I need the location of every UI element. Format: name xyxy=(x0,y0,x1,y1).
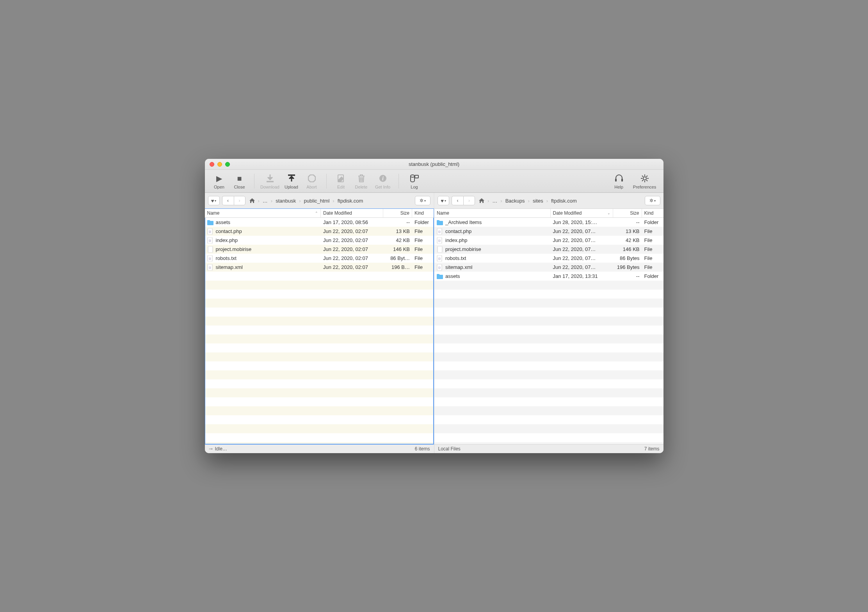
svg-rect-30 xyxy=(438,246,442,253)
file-name: _Archived Items xyxy=(445,219,482,225)
chevron-right-icon: › xyxy=(270,198,273,204)
column-header-size[interactable]: Size xyxy=(383,209,412,217)
php-icon: ⟨⟩ xyxy=(437,228,443,235)
file-row[interactable]: ⟨⟩sitemap.xmlJun 22, 2020, 07…196 BytesF… xyxy=(434,263,663,272)
delete-button[interactable]: Delete xyxy=(352,172,371,190)
preferences-button[interactable]: Preferences xyxy=(631,172,659,190)
chevron-left-icon: ‹ xyxy=(457,198,459,203)
svg-line-15 xyxy=(642,180,643,181)
file-size: 42 KB xyxy=(613,237,642,243)
breadcrumb-item[interactable]: … xyxy=(491,197,499,205)
open-button[interactable]: ▶ Open xyxy=(210,172,229,190)
back-button[interactable]: ‹ xyxy=(222,196,234,205)
log-icon xyxy=(410,173,419,184)
chevron-right-icon: › xyxy=(527,198,530,204)
file-row[interactable]: ⟨⟩robots.txtJun 22, 2020, 02:0786 Byt…Fi… xyxy=(205,254,434,263)
column-header-date[interactable]: Date Modified xyxy=(321,209,383,217)
file-row[interactable]: ⟨⟩index.phpJun 22, 2020, 07…42 KBFile xyxy=(434,236,663,245)
folder-icon xyxy=(437,219,443,226)
file-row[interactable]: project.mobiriseJun 22, 2020, 02:07146 K… xyxy=(205,245,434,254)
file-size: 86 Bytes xyxy=(613,255,642,261)
file-row[interactable]: ⟨⟩contact.phpJun 22, 2020, 07…13 KBFile xyxy=(434,227,663,236)
help-button[interactable]: Help xyxy=(608,172,630,190)
home-crumb[interactable] xyxy=(477,197,486,204)
chevron-right-icon: › xyxy=(257,198,260,204)
edit-button[interactable]: Edit xyxy=(331,172,351,190)
svg-point-8 xyxy=(643,177,646,180)
getinfo-button[interactable]: i Get Info xyxy=(372,172,394,190)
column-header-kind[interactable]: Kind xyxy=(412,209,434,217)
favorites-button[interactable]: ♥▾ xyxy=(208,196,220,205)
file-row[interactable]: assetsJan 17, 2020, 13:31--Folder xyxy=(434,272,663,281)
breadcrumb-item[interactable]: ftpdisk.com xyxy=(336,197,365,205)
headset-icon xyxy=(615,173,623,184)
breadcrumb-item[interactable]: sites xyxy=(531,197,545,205)
column-header-size[interactable]: Size xyxy=(613,209,642,217)
file-row[interactable]: ⟨⟩robots.txtJun 22, 2020, 07…86 BytesFil… xyxy=(434,254,663,263)
stop-icon: ■ xyxy=(237,173,242,184)
gear-icon xyxy=(641,173,649,184)
upload-button[interactable]: Upload xyxy=(282,172,301,190)
file-date: Jun 22, 2020, 07… xyxy=(551,228,613,234)
left-rows: assetsJan 17, 2020, 08:56--Folder⟨⟩conta… xyxy=(205,218,434,444)
file-kind: File xyxy=(412,228,434,234)
right-filelist[interactable]: Name Date Modified⌄ Size Kind _Archived … xyxy=(434,209,663,444)
favorites-button[interactable]: ♥▾ xyxy=(438,196,449,205)
back-button[interactable]: ‹ xyxy=(452,196,463,205)
column-header-name[interactable]: Name xyxy=(434,209,551,217)
forward-button[interactable]: › xyxy=(463,196,475,205)
abort-button[interactable]: Abort xyxy=(302,172,322,190)
file-row[interactable]: ⟨⟩sitemap.xmlJun 22, 2020, 02:07196 B…Fi… xyxy=(205,263,434,272)
file-kind: Folder xyxy=(412,219,434,225)
actions-menu-button[interactable]: ✲▾ xyxy=(645,196,660,205)
svg-text:⟨⟩: ⟨⟩ xyxy=(438,230,441,233)
php-icon: ⟨⟩ xyxy=(207,255,213,262)
column-header-name[interactable]: Name⌃ xyxy=(205,209,321,217)
breadcrumb-item[interactable]: … xyxy=(261,197,269,205)
home-crumb[interactable] xyxy=(248,197,256,204)
file-date: Jan 17, 2020, 13:31 xyxy=(551,273,613,279)
file-size: -- xyxy=(613,219,642,225)
file-row[interactable]: project.mobiriseJun 22, 2020, 07…146 KBF… xyxy=(434,245,663,254)
left-filelist[interactable]: Name⌃ Date Modified Size Kind assetsJan … xyxy=(205,209,434,444)
file-row[interactable]: assetsJan 17, 2020, 08:56--Folder xyxy=(205,218,434,227)
home-icon xyxy=(479,198,484,203)
php-icon: ⟨⟩ xyxy=(437,264,443,270)
actions-menu-button[interactable]: ✲▾ xyxy=(415,196,430,205)
right-pathbar: ♥▾ ‹ › › … › Backups › sites › ftpdisk.c… xyxy=(434,193,663,209)
breadcrumb-item[interactable]: stanbusk xyxy=(274,197,297,205)
gear-icon: ✲ xyxy=(420,198,423,203)
left-item-count: 6 items xyxy=(415,446,430,452)
file-kind: File xyxy=(412,255,434,261)
log-button[interactable]: Log xyxy=(404,172,425,190)
chevron-right-icon: › xyxy=(487,198,490,204)
svg-point-4 xyxy=(411,175,414,177)
file-name: contact.php xyxy=(445,228,471,234)
right-status-text: Local Files xyxy=(438,446,461,452)
chevron-down-icon: ▾ xyxy=(215,199,216,203)
titlebar: stanbusk (public_html) xyxy=(205,159,663,170)
file-row[interactable]: ⟨⟩index.phpJun 22, 2020, 02:0742 KBFile xyxy=(205,236,434,245)
file-size: 196 Bytes xyxy=(613,264,642,270)
close-button[interactable]: ■ Close xyxy=(230,172,249,190)
breadcrumb-item[interactable]: Backups xyxy=(504,197,526,205)
forward-button[interactable]: › xyxy=(234,196,245,205)
svg-text:⟨⟩: ⟨⟩ xyxy=(209,230,211,233)
right-column-headers: Name Date Modified⌄ Size Kind xyxy=(434,209,663,218)
download-button[interactable]: Download xyxy=(259,172,281,190)
file-kind: File xyxy=(412,237,434,243)
php-icon: ⟨⟩ xyxy=(437,237,443,244)
play-icon: ▶ xyxy=(216,173,222,184)
file-date: Jun 22, 2020, 07… xyxy=(551,237,613,243)
file-row[interactable]: _Archived ItemsJun 28, 2020, 15:…--Folde… xyxy=(434,218,663,227)
column-header-date[interactable]: Date Modified⌄ xyxy=(551,209,613,217)
column-header-kind[interactable]: Kind xyxy=(642,209,663,217)
breadcrumb-item[interactable]: ftpdisk.com xyxy=(550,197,578,205)
svg-text:i: i xyxy=(382,176,384,181)
svg-text:⟨⟩: ⟨⟩ xyxy=(438,257,441,260)
file-row[interactable]: ⟨⟩contact.phpJun 22, 2020, 02:0713 KBFil… xyxy=(205,227,434,236)
edit-icon xyxy=(337,173,345,184)
breadcrumb-item[interactable]: public_html xyxy=(302,197,331,205)
file-name: project.mobirise xyxy=(445,246,481,252)
file-date: Jun 22, 2020, 07… xyxy=(551,264,613,270)
